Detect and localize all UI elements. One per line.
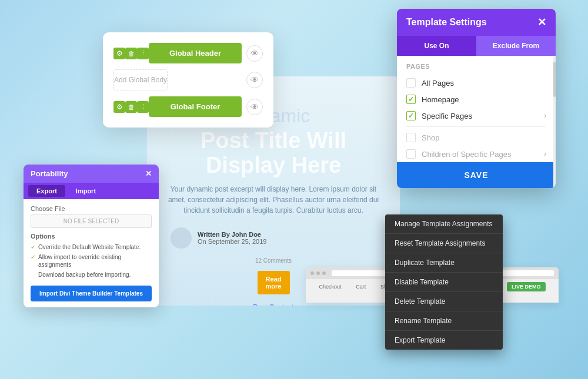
portability-tabs: Export Import <box>24 183 159 199</box>
label-children-specific: Children of Specific Pages <box>422 150 538 159</box>
add-global-body-button[interactable]: Add Global Body <box>113 69 168 90</box>
portability-body: Choose File NO FILE SELECTED Options ✓ O… <box>24 199 159 307</box>
template-settings-header: Template Settings ✕ <box>397 9 556 36</box>
dot-1 <box>310 271 314 275</box>
dots-icon[interactable]: ⋮ <box>137 48 149 59</box>
portability-close-button[interactable]: ✕ <box>145 169 152 178</box>
options-label: Options <box>31 233 152 240</box>
option-row-1: ✓ Override the Default Website Template. <box>31 243 152 251</box>
tab-exclude-from[interactable]: Exclude From <box>476 36 556 56</box>
template-settings-close-button[interactable]: ✕ <box>537 17 546 28</box>
label-all-pages: All Pages <box>422 79 546 88</box>
option-row-3: ✓ Download backup before importing. <box>31 271 152 279</box>
save-button[interactable]: Save <box>397 162 556 188</box>
global-header-row: ⚙ 🗑 ⋮ Global Header 👁 <box>113 43 263 63</box>
import-button[interactable]: Import Divi Theme Builder Templates <box>31 286 152 301</box>
tab-use-on[interactable]: Use On <box>397 36 476 56</box>
ts-item-specific-pages[interactable]: ✓ Specific Pages › <box>406 108 546 124</box>
option-row-2: ✓ Allow import to override existing assi… <box>31 253 152 269</box>
label-shop: Shop <box>422 133 546 142</box>
trash-icon-footer[interactable]: 🗑 <box>125 101 137 113</box>
portability-title: Portability <box>31 169 68 178</box>
author-info: Written By John Doe On September 25, 201… <box>198 231 266 245</box>
read-more-button[interactable]: Read more <box>258 271 290 294</box>
dots-icon-footer[interactable]: ⋮ <box>137 101 149 113</box>
eye-icon-body[interactable]: 👁 <box>246 72 263 88</box>
portability-panel: Portability ✕ Export Import Choose File … <box>24 165 159 307</box>
global-footer-icons: ⚙ 🗑 ⋮ <box>113 101 149 113</box>
context-menu-delete[interactable]: Delete Template <box>385 292 503 311</box>
dot-2 <box>316 271 320 275</box>
comments-count: 12 Comments <box>165 254 382 265</box>
template-settings-body: Pages All Pages ✓ Homepage ✓ Specific Pa… <box>397 56 556 188</box>
trash-icon[interactable]: 🗑 <box>125 48 137 59</box>
live-demo-button[interactable]: LIVE DEMO <box>507 282 546 291</box>
dot-3 <box>322 271 326 275</box>
global-header-icons: ⚙ 🗑 ⋮ <box>113 48 149 59</box>
add-global-body-row: Add Global Body 👁 <box>113 69 263 90</box>
gear-icon-footer[interactable]: ⚙ <box>113 101 125 113</box>
context-menu: Manage Template Assignments Reset Templa… <box>385 214 503 350</box>
template-settings-panel: Template Settings ✕ Use On Exclude From … <box>397 9 556 188</box>
arrow-children-specific: › <box>544 150 546 158</box>
ts-item-shop[interactable]: Shop <box>406 129 546 146</box>
pages-section-label: Pages <box>406 63 546 70</box>
checkbox-children-specific[interactable] <box>406 149 416 159</box>
template-settings-tabs: Use On Exclude From <box>397 36 556 56</box>
post-author-area: Written By John Doe On September 25, 201… <box>165 227 382 249</box>
global-panel: ⚙ 🗑 ⋮ Global Header 👁 Add Global Body 👁 … <box>103 32 273 128</box>
arrow-specific-pages: › <box>544 112 546 120</box>
context-menu-disable[interactable]: Disable Template <box>385 273 503 292</box>
label-homepage: Homepage <box>422 95 546 104</box>
option-check-3: ✓ <box>31 271 35 278</box>
author-avatar <box>171 227 192 249</box>
choose-file-label: Choose File <box>31 205 152 212</box>
file-input[interactable]: NO FILE SELECTED <box>31 214 152 228</box>
context-menu-manage-assignments[interactable]: Manage Template Assignments <box>385 214 503 234</box>
gear-icon[interactable]: ⚙ <box>113 48 125 59</box>
label-specific-pages: Specific Pages <box>422 112 538 120</box>
divider-1 <box>406 126 546 127</box>
option-check-1: ✓ <box>31 244 35 250</box>
context-menu-duplicate[interactable]: Duplicate Template <box>385 253 503 273</box>
context-menu-reset-assignments[interactable]: Reset Template Assignments <box>385 234 503 253</box>
scroll-thumb <box>553 62 556 97</box>
option-text-3: Download backup before importing. <box>38 271 131 279</box>
eye-icon-header[interactable]: 👁 <box>246 45 263 62</box>
global-footer-button[interactable]: Global Footer <box>149 96 242 117</box>
template-settings-title: Template Settings <box>406 17 487 28</box>
checkmark-homepage: ✓ <box>408 95 414 103</box>
checkbox-specific-pages[interactable]: ✓ <box>406 111 416 120</box>
checkmark-specific-pages: ✓ <box>408 112 414 120</box>
option-check-2: ✓ <box>31 254 35 260</box>
checkbox-homepage[interactable]: ✓ <box>406 95 416 104</box>
post-content-link[interactable]: Post Content <box>253 303 293 306</box>
eye-icon-footer[interactable]: 👁 <box>246 99 263 115</box>
context-menu-export[interactable]: Export Template <box>385 331 503 350</box>
context-menu-rename[interactable]: Rename Template <box>385 311 503 331</box>
checkbox-shop[interactable] <box>406 133 416 142</box>
checkbox-all-pages[interactable] <box>406 78 416 88</box>
global-footer-row: ⚙ 🗑 ⋮ Global Footer 👁 <box>113 96 263 117</box>
ts-item-homepage[interactable]: ✓ Homepage <box>406 91 546 108</box>
option-text-2: Allow import to override existing assign… <box>38 253 152 269</box>
portability-header: Portability ✕ <box>24 165 159 183</box>
portability-tab-import[interactable]: Import <box>68 185 104 197</box>
body-text: Your dynamic post excerpt will display h… <box>165 184 382 216</box>
scroll-bar[interactable] <box>553 56 556 188</box>
ts-item-children-specific[interactable]: Children of Specific Pages › <box>406 146 546 162</box>
portability-tab-export[interactable]: Export <box>28 185 65 197</box>
ts-item-all-pages[interactable]: All Pages <box>406 75 546 91</box>
option-text-1: Override the Default Website Template. <box>38 243 141 251</box>
global-header-button[interactable]: Global Header <box>149 43 242 63</box>
